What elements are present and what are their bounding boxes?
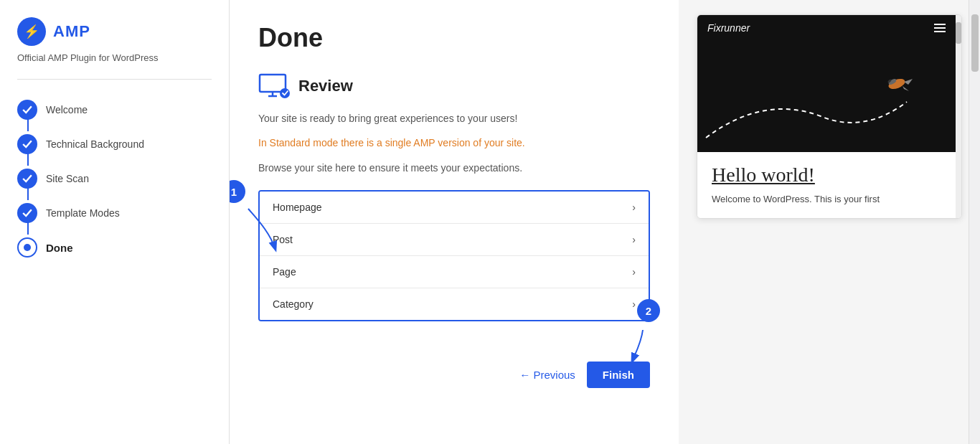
nav-current-icon-done [17,237,37,258]
sidebar-item-template-modes[interactable]: Template Modes [17,196,212,230]
preview-bird-icon [877,66,916,102]
page-title: Done [258,23,650,53]
main-content: Done Review Your site is ready to bring … [230,0,679,444]
nav-list-item-category[interactable]: Category › [260,288,649,320]
nav-list-label-homepage: Homepage [273,202,322,213]
preview-scrollbar[interactable] [956,15,961,218]
sidebar-logo: ⚡ AMP [17,17,212,46]
review-section: Review Your site is ready to bring great… [258,73,650,176]
preview-inner: Fixrunner [697,15,956,218]
nav-list-label-post: Post [273,234,293,245]
chevron-right-homepage: › [632,202,636,213]
badge-1: 1 [230,180,245,203]
nav-check-icon-template [17,203,37,223]
sidebar-divider [17,79,212,80]
finish-button[interactable]: Finish [587,362,650,388]
preview-hero [697,41,956,152]
preview-menu-icon [934,24,946,32]
sidebar-item-welcome[interactable]: Welcome [17,93,212,127]
amp-logo-icon: ⚡ [17,17,46,46]
amp-logo-text: AMP [53,22,90,41]
nav-label-done: Done [46,242,73,254]
nav-list-item-homepage[interactable]: Homepage › [260,192,649,224]
nav-check-icon-welcome [17,100,37,120]
nav-label-welcome: Welcome [46,104,88,115]
content-wrapper: Done Review Your site is ready to bring … [230,0,980,444]
sidebar-item-site-scan[interactable]: Site Scan [17,161,212,196]
review-monitor-icon [258,73,290,99]
nav-list-label-category: Category [273,298,314,310]
nav-check-icon-site-scan [17,169,37,189]
nav-list-item-page[interactable]: Page › [260,256,649,288]
nav-list-box: Homepage › Post › Page › Category › [258,190,650,321]
preview-body: Hello world! Welcome to WordPress. This … [697,152,956,218]
nav-list-container: 1 Homepage › Post › [258,190,650,333]
nav-label-technical: Technical Background [46,138,144,150]
sidebar-item-done[interactable]: Done [17,230,212,265]
review-text-1: Your site is ready to bring great experi… [258,110,650,126]
footer-buttons: 2 ← Previous Finish [258,353,650,388]
sidebar-item-technical-background[interactable]: Technical Background [17,127,212,161]
preview-hello-link[interactable]: Hello world! [712,164,815,186]
page-scrollbar[interactable] [969,0,980,444]
svg-rect-0 [260,75,286,92]
preview-hello-title: Hello world! [712,164,941,186]
sidebar: ⚡ AMP Official AMP Plugin for WordPress … [0,0,230,444]
chevron-right-category: › [632,298,636,310]
scrollbar-thumb [971,14,979,72]
review-text-3: Browse your site here to ensure it meets… [258,160,650,176]
chevron-right-post: › [632,234,636,245]
sidebar-nav: Welcome Technical Background Site Scan T… [17,93,212,265]
nav-label-site-scan: Site Scan [46,173,89,184]
review-header: Review [258,73,650,99]
preview-panel: Fixrunner [679,0,980,444]
preview-logo: Fixrunner [707,22,750,34]
review-text-2: In Standard mode there is a single AMP v… [258,135,650,151]
nav-label-template-modes: Template Modes [46,207,120,219]
preview-body-text: Welcome to WordPress. This is your first [712,192,941,207]
preview-scrollbar-area: Fixrunner [697,15,961,218]
nav-list-item-post[interactable]: Post › [260,224,649,256]
sidebar-subtitle: Official AMP Plugin for WordPress [17,52,212,65]
preview-scrollbar-thumb [956,22,961,44]
nav-list-label-page: Page [273,266,296,278]
badge-2: 2 [637,299,660,322]
previous-button[interactable]: ← Previous [519,369,575,381]
nav-check-icon-technical [17,134,37,154]
svg-marker-6 [904,79,913,85]
svg-marker-7 [903,86,909,91]
chevron-right-page: › [632,266,636,278]
preview-device: Fixrunner [697,14,962,219]
svg-point-3 [280,88,290,98]
preview-site-header: Fixrunner [697,15,956,41]
review-title: Review [298,77,353,95]
